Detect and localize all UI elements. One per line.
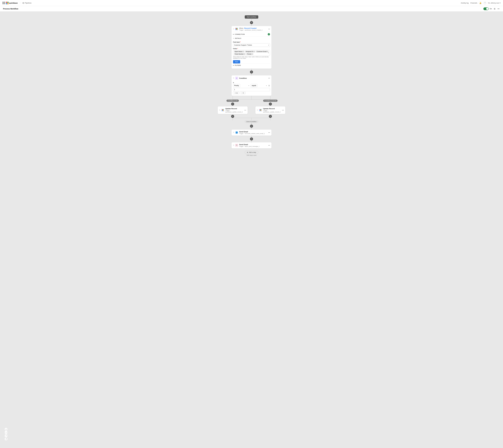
zoom-out-btn[interactable]: − <box>4 431 8 434</box>
add-step-circle-1[interactable]: + <box>250 21 253 24</box>
branch-h-line <box>215 96 288 100</box>
svg-rect-24 <box>236 145 236 146</box>
add-step-circle-3[interactable]: + <box>250 125 253 128</box>
tag-customer-email-remove[interactable]: ✕ <box>267 51 268 52</box>
bell-icon[interactable]: 🔔 <box>479 2 482 4</box>
add-circle-left-bottom[interactable]: + <box>231 115 234 118</box>
tag-agent-name-remove[interactable]: ✕ <box>243 51 244 52</box>
add-step-circle-4[interactable]: + <box>250 137 253 141</box>
add-step-button[interactable]: ⊕ Add a step <box>245 151 258 154</box>
zoom-in-btn[interactable]: + <box>4 428 8 431</box>
outlook-icon: O <box>236 131 238 134</box>
drag-handle-condition[interactable]: ⠿ <box>233 77 234 79</box>
update2-menu-icon[interactable]: ••• <box>282 109 284 111</box>
grid-view-icon[interactable]: ⊞ <box>493 7 496 10</box>
fields-required: * <box>237 48 238 49</box>
update-record-1-header: ⠿ Update Record Trigger · quickbase <box>218 106 248 114</box>
update2-title: Update Record <box>263 108 281 110</box>
send1-title-area: Send Email Trigger · microsoft_outlook_s… <box>239 131 267 134</box>
drag-handle-update1[interactable]: ⠿ <box>219 109 220 111</box>
svg-rect-12 <box>237 29 237 30</box>
logo-text: quickbase <box>9 2 17 4</box>
workflow-toggle[interactable] <box>483 7 489 10</box>
fields-hint: Select fields for later steps. Note: bui… <box>233 56 270 59</box>
zoom-controls: + − ⤢ ↺ <box>4 428 8 440</box>
trigger-menu-icon[interactable]: ••• <box>268 28 270 30</box>
condition-operator-select[interactable]: equals <box>251 84 257 87</box>
fit-screen-btn[interactable]: ⤢ <box>4 434 8 437</box>
end-condition-label: End of condition <box>245 120 259 123</box>
pipelines-nav: Pipelines <box>20 2 32 4</box>
merge-lines <box>215 118 288 120</box>
tag-assigned-to-remove[interactable]: ✕ <box>254 51 255 52</box>
drag-handle-trigger[interactable]: ⠿ <box>233 28 234 30</box>
svg-rect-23 <box>236 144 236 145</box>
condition-menu-icon[interactable]: ••• <box>268 77 270 79</box>
grid-icon[interactable] <box>2 2 5 4</box>
connection-label: CONNECTION <box>235 33 245 35</box>
field-label-select[interactable]: Customer Support: Tickets <box>233 43 270 47</box>
next-button[interactable]: Next <box>233 60 240 64</box>
more-options-icon[interactable]: ••• <box>497 7 500 10</box>
connector-line-4 <box>251 74 252 75</box>
chevron-down-icon: ▾ <box>500 2 501 4</box>
connection-check: ✓ <box>268 33 270 35</box>
svg-rect-25 <box>236 144 237 145</box>
update1-icon <box>221 109 224 112</box>
add-step-circle-2[interactable]: + <box>250 70 253 74</box>
send-email-2-card: ⠿ Send Email Trigger · slack_send_messag… <box>231 142 272 148</box>
logo-area: quickbase <box>2 2 17 4</box>
update1-title: Update Record <box>225 108 243 110</box>
svg-rect-17 <box>260 109 260 110</box>
send1-menu-icon[interactable]: ••• <box>268 132 270 134</box>
svg-rect-15 <box>222 110 223 111</box>
svg-line-7 <box>23 3 23 3</box>
reset-view-btn[interactable]: ↺ <box>4 437 8 440</box>
tag-ticket-number-remove[interactable]: ✕ <box>244 53 245 55</box>
details-arrow: ▼ <box>233 38 234 39</box>
merge-center <box>252 118 252 120</box>
and-button[interactable]: + And <box>233 92 239 94</box>
condition-title-area: Condition <box>239 77 267 79</box>
add-circle-right[interactable]: + <box>269 102 272 106</box>
fields-tags-container[interactable]: Agent Name ✕ Assigned To ✕ Customer Emai… <box>233 50 270 56</box>
fields-form-label: Fields * <box>233 48 270 49</box>
tag-priority-remove[interactable]: ✕ <box>252 53 253 55</box>
details-section-header[interactable]: ▼ DETAILS <box>233 36 270 40</box>
user-menu[interactable]: Hi, Johnny Lee ▾ <box>488 2 501 4</box>
condition-field-select[interactable]: Priority <box>233 84 240 87</box>
svg-rect-16 <box>223 110 224 111</box>
condition-card-header: ⠿ ≈ Condition ••• <box>232 75 271 81</box>
filters-header[interactable]: ▶ FILTERS <box>233 64 270 66</box>
add-circle-left[interactable]: + <box>231 102 234 106</box>
start-workflow-button: Start workflow <box>245 15 258 19</box>
svg-text:O: O <box>236 132 237 133</box>
update2-title-area: Update Record Trigger · quickbase_update… <box>263 108 281 113</box>
drag-handle-send1[interactable]: ⠿ <box>233 132 234 133</box>
update1-menu-icon[interactable]: ••• <box>244 109 246 111</box>
add-step-circle-icon: ⊕ <box>247 152 248 153</box>
svg-rect-20 <box>261 110 261 111</box>
drag-handle-update2[interactable]: ⠿ <box>257 109 258 111</box>
update2-qb-icon <box>260 109 261 111</box>
activity-log-link[interactable]: Activity log <box>461 2 469 4</box>
page-title: Process Workflow <box>3 8 483 10</box>
condition-value-input[interactable] <box>233 88 270 91</box>
drag-handle-send2[interactable]: ⠿ <box>233 144 234 146</box>
condition-if-label: If <box>233 81 270 84</box>
svg-point-4 <box>22 3 23 3</box>
send2-menu-icon[interactable]: ••• <box>268 144 270 146</box>
help-icon[interactable]: ? <box>484 2 486 4</box>
connection-arrow: ▶ <box>233 34 234 35</box>
connection-section-header[interactable]: ▶ CONNECTION ✓ <box>233 32 270 36</box>
channels-link[interactable]: Channels <box>470 2 477 4</box>
toggle-label: On <box>490 8 492 10</box>
or-button[interactable]: + Or <box>240 92 246 94</box>
update1-qb-icon <box>222 109 224 111</box>
connector-line-6 <box>251 128 252 129</box>
condition-delete-icon[interactable]: 🗑 <box>268 84 270 87</box>
tag-agent-name-label: Agent Name <box>235 51 242 52</box>
svg-rect-27 <box>237 144 237 145</box>
add-circle-right-bottom[interactable]: + <box>269 115 272 118</box>
trigger-card-header: ⠿ When Record Created Trigger · quickbas… <box>232 26 271 32</box>
